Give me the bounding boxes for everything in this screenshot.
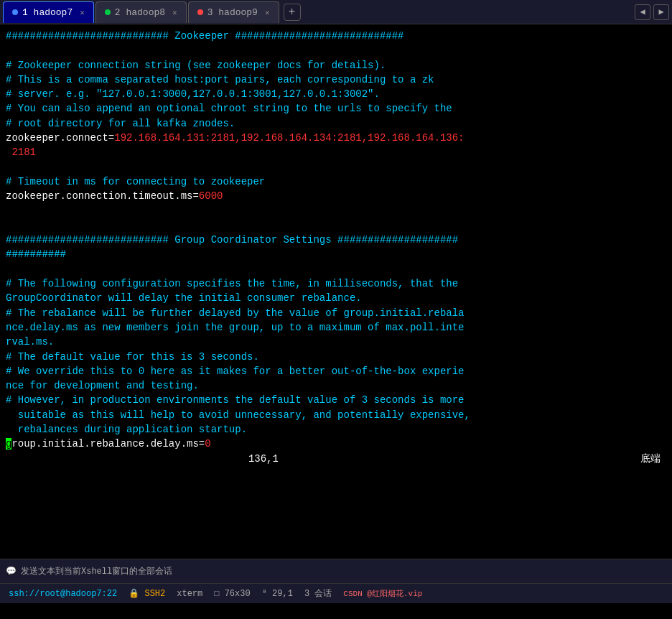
tab-close-hadoop9[interactable]: ✕ — [265, 8, 270, 17]
tab-prev-button[interactable]: ◀ — [635, 4, 650, 20]
line-group-hash: ########################### Group Coordi… — [6, 233, 666, 247]
line-zk-connect: zookeeper.connect=192.168.164.131:2181,1… — [6, 131, 666, 160]
line-comment-2: # This is a comma separated host:port pa… — [6, 73, 666, 87]
tab-dot-hadoop9 — [197, 9, 203, 15]
line-comment-11: # We override this to 0 here as it makes… — [6, 364, 666, 394]
line-comment-5: # root directory for all kafka znodes. — [6, 116, 666, 131]
status-sessions: 3 会话 — [304, 587, 332, 600]
tab-add-button[interactable]: + — [284, 4, 301, 21]
line-comment-4: # You can also append an optional chroot… — [6, 101, 666, 116]
status-terminal-type: xterm — [177, 589, 202, 599]
status-size: □ 76x30 — [214, 589, 250, 599]
line-blank-5 — [6, 262, 666, 276]
bottom-input-bar: 💬 发送文本到当前Xshell窗口的全部会话 — [0, 559, 672, 583]
tab-close-hadoop7[interactable]: ✕ — [80, 8, 85, 17]
line-zk-timeout: zookeeper.connection.timeout.ms=6000 — [6, 189, 666, 203]
tab-label-hadoop9: 3 hadoop9 — [207, 7, 258, 18]
tab-hadoop8[interactable]: 2 hadoop8 ✕ — [95, 1, 187, 23]
line-comment-3: # server. e.g. "127.0.0.1:3000,127.0.0.1… — [6, 87, 666, 101]
line-1: ########################### Zookeeper ##… — [6, 29, 666, 43]
tab-hadoop7[interactable]: 1 hadoop7 ✕ — [3, 1, 94, 23]
line-comment-6: # Timeout in ms for connecting to zookee… — [6, 174, 666, 189]
line-blank-4 — [6, 218, 666, 233]
line-blank-1 — [6, 43, 666, 57]
line-blank-3 — [6, 204, 666, 218]
chat-icon: 💬 — [6, 566, 17, 577]
tab-hadoop9[interactable]: 3 hadoop9 ✕ — [188, 1, 279, 23]
line-comment-9: # The rebalance will be further delayed … — [6, 306, 666, 350]
tab-bar: 1 hadoop7 ✕ 2 hadoop8 ✕ 3 hadoop9 ✕ + ◀ … — [0, 0, 672, 24]
tab-label-hadoop7: 1 hadoop7 — [22, 7, 73, 18]
line-comment-1: # Zookeeper connection string (see zooke… — [6, 58, 666, 73]
terminal-area[interactable]: ########################### Zookeeper ##… — [0, 24, 672, 559]
tab-dot-hadoop7 — [12, 9, 18, 15]
tab-next-button[interactable]: ▶ — [653, 4, 669, 20]
tab-dot-hadoop8 — [105, 9, 111, 15]
bottom-bar-text: 发送文本到当前Xshell窗口的全部会话 — [21, 565, 172, 577]
status-ssh: ssh://root@hadoop7:22 — [9, 589, 117, 599]
line-comment-12: # However, in production environments th… — [6, 393, 666, 437]
tab-label-hadoop8: 2 hadoop8 — [115, 7, 165, 18]
line-comment-8: GroupCoordinator will delay the initial … — [6, 291, 666, 305]
status-bar: ssh://root@hadoop7:22 🔒 SSH2 xterm □ 76x… — [0, 583, 672, 603]
tab-close-hadoop8[interactable]: ✕ — [172, 8, 177, 17]
tab-navigation: ◀ ▶ — [635, 4, 669, 20]
line-comment-7: # The following configuration specifies … — [6, 276, 666, 291]
line-blank-2 — [6, 160, 666, 174]
line-group-hash2: ########## — [6, 247, 666, 261]
line-rebalance-delay: group.initial.rebalance.delay.ms=0 — [6, 437, 666, 451]
status-encoding: ⁰ 29,1 — [262, 588, 293, 599]
status-brand: CSDN @红阳烟花.vip — [343, 588, 422, 599]
line-position: 136,1 底端 — [6, 452, 666, 466]
line-comment-10: # The default value for this is 3 second… — [6, 350, 666, 364]
status-protocol: 🔒 SSH2 — [129, 588, 165, 599]
